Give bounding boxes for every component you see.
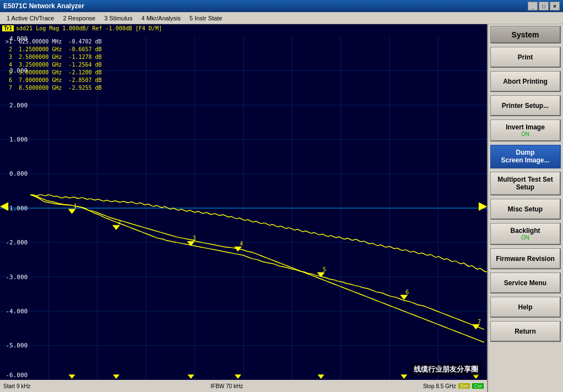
print-button[interactable]: Print (490, 47, 561, 68)
start-freq: Start 9 kHz (3, 383, 30, 389)
dump-screen-label2: Screen Image... (501, 156, 549, 164)
trace-label: Tr1 (2, 25, 14, 31)
svg-text:2.000: 2.000 (9, 102, 28, 109)
marker-1: >1 625.00000 MHz -0.4702 dB (6, 38, 102, 46)
marker-5: 5 5.0000000 GHz -2.1200 dB (6, 69, 102, 77)
svg-text:4: 4 (240, 241, 243, 247)
multiport-label2: Setup (516, 183, 534, 191)
titlebar: E5071C Network Analyzer _ □ × (0, 0, 563, 12)
stop-freq: Stop 8.5 GHz (423, 383, 456, 389)
backlight-sub: ON (521, 235, 529, 241)
close-button[interactable]: × (550, 2, 560, 10)
cor-status: Cor (472, 383, 484, 389)
marker-6: 6 7.0000000 GHz -2.8507 dB (6, 77, 102, 84)
svg-text:-5.000: -5.000 (6, 342, 28, 350)
svg-text:6: 6 (405, 289, 409, 295)
service-menu-button[interactable]: Service Menu (490, 273, 561, 293)
ifbw: IFBW 70 kHz (210, 383, 243, 389)
invert-image-label: Invert Image (506, 123, 545, 131)
misc-setup-button[interactable]: Misc Setup (490, 199, 561, 220)
dump-screen-label1: Dump (516, 149, 535, 156)
right-panel: System Print Abort Printing Printer Setu… (487, 24, 563, 392)
abort-printing-button[interactable]: Abort Printing (490, 71, 561, 92)
maximize-button[interactable]: □ (539, 2, 549, 10)
marker-2: 2 1.2500000 GHz -0.6657 dB (6, 46, 102, 53)
invert-image-button[interactable]: Invert Image ON (490, 119, 561, 141)
app-title: E5071C Network Analyzer (3, 2, 84, 10)
svg-text:-2.000: -2.000 (6, 239, 28, 246)
menubar: 1 Active Ch/Trace 2 Response 3 Stimulus … (0, 12, 563, 24)
bottom-bar: Start 9 kHz IFBW 70 kHz Stop 8.5 GHz Sim… (0, 380, 487, 392)
chart-area: Tr1 sdd21 Log Mag 1.000dB/ Ref -1.000dB … (0, 24, 487, 392)
svg-text:3: 3 (193, 236, 196, 242)
return-button[interactable]: Return (490, 321, 561, 342)
svg-text:7: 7 (478, 319, 481, 325)
dump-screen-button[interactable]: Dump Screen Image... (490, 145, 561, 168)
marker-3: 3 2.5000000 GHz -1.1278 dB (6, 53, 102, 61)
marker-data: >1 625.00000 MHz -0.4702 dB 2 1.2500000 … (6, 38, 102, 92)
trace-info: sdd21 Log Mag 1.000dB/ Ref -1.000dB [F4 … (16, 25, 162, 31)
menu-response[interactable]: 2 Response (58, 14, 100, 23)
menu-mkr-analysis[interactable]: 4 Mkr/Analysis (137, 14, 185, 23)
firmware-revision-button[interactable]: Firmware Revision (490, 248, 561, 269)
watermark: 线缆行业朋友分享圈 (410, 363, 481, 375)
multiport-label1: Multiport Test Set (497, 176, 553, 183)
printer-setup-button[interactable]: Printer Setup... (490, 95, 561, 116)
window-controls[interactable]: _ □ × (528, 2, 560, 10)
minimize-button[interactable]: _ (528, 2, 538, 10)
menu-active-ch-trace[interactable]: 1 Active Ch/Trace (2, 14, 58, 23)
sim-status: Sim (458, 383, 470, 389)
marker-4: 4 3.2500000 GHz -1.2564 dB (6, 61, 102, 69)
menu-stimulus[interactable]: 3 Stimulus (100, 14, 137, 23)
menu-instr-state[interactable]: 5 Instr State (185, 14, 226, 23)
svg-text:0.000: 0.000 (9, 171, 28, 178)
backlight-button[interactable]: Backlight ON (490, 223, 561, 245)
status-area: Stop 8.5 GHz Sim Cor (423, 383, 484, 389)
main-content: Tr1 sdd21 Log Mag 1.000dB/ Ref -1.000dB … (0, 24, 563, 392)
chart-header: Tr1 sdd21 Log Mag 1.000dB/ Ref -1.000dB … (0, 24, 487, 32)
multiport-button[interactable]: Multiport Test Set Setup (490, 172, 561, 195)
svg-text:-3.000: -3.000 (6, 274, 28, 281)
svg-text:1: 1 (74, 203, 77, 209)
svg-text:-4.000: -4.000 (6, 308, 28, 315)
help-button[interactable]: Help (490, 297, 561, 318)
svg-text:2: 2 (118, 219, 121, 225)
marker-7: 7 8.5000000 GHz -2.9255 dB (6, 84, 102, 92)
svg-text:-1.000: -1.000 (6, 205, 28, 212)
invert-image-sub: ON (521, 131, 529, 137)
svg-text:-6.000: -6.000 (6, 372, 28, 379)
svg-text:5: 5 (323, 266, 326, 273)
svg-text:1.000: 1.000 (9, 136, 28, 143)
system-button[interactable]: System (490, 26, 561, 43)
backlight-label: Backlight (510, 227, 540, 235)
